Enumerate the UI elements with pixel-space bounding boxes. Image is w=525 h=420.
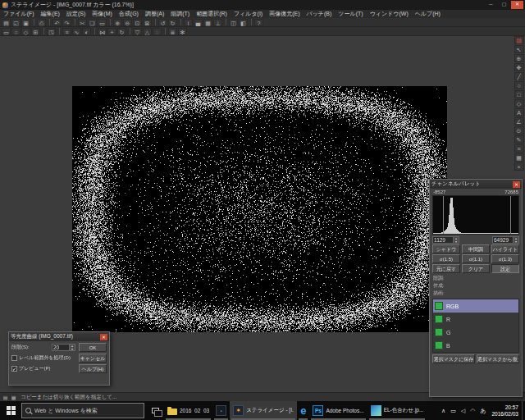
- save-to-mask-button[interactable]: 選択マスクに保存: [432, 354, 475, 363]
- clear-button[interactable]: クリア: [462, 264, 490, 273]
- channel-row-r[interactable]: R: [433, 313, 518, 326]
- menu-adjust[interactable]: 調整(A): [142, 10, 167, 18]
- blur-icon[interactable]: ◌: [153, 28, 162, 35]
- spin-down-icon[interactable]: ▾: [454, 240, 459, 244]
- angle-tool-icon[interactable]: ∠: [514, 117, 524, 126]
- pan-tool-icon[interactable]: ✥: [514, 63, 524, 71]
- spin-down-icon[interactable]: ▾: [70, 348, 75, 351]
- new-file-icon[interactable]: ▤: [2, 19, 11, 26]
- list-tool-icon[interactable]: ≡: [514, 144, 524, 153]
- channel-color-swatch[interactable]: [435, 328, 443, 336]
- minimize-icon[interactable]: ─: [485, 1, 497, 9]
- marker-tool-icon[interactable]: ⊙: [514, 126, 524, 135]
- crop-icon[interactable]: ◳: [47, 28, 56, 35]
- rotate-icon[interactable]: ↻: [117, 28, 126, 35]
- zoom-tool-icon[interactable]: ⊕: [514, 54, 524, 62]
- rotate-left-icon[interactable]: ↺: [158, 19, 167, 26]
- print-icon[interactable]: ⎙: [37, 19, 46, 26]
- taskbar-clock[interactable]: 20:57 2016/02/03: [488, 404, 522, 418]
- menu-composite[interactable]: 合成(G): [116, 10, 142, 18]
- save-file-icon[interactable]: ▣: [21, 19, 30, 26]
- settings-tab-button[interactable]: 設定: [491, 264, 519, 273]
- select-polygon-icon[interactable]: ◇: [21, 28, 30, 35]
- pointer-tool-icon[interactable]: ↖: [514, 45, 524, 53]
- menu-file[interactable]: ファイル(F): [0, 10, 38, 18]
- undo-icon[interactable]: ↶: [52, 19, 62, 26]
- redo-icon[interactable]: ↷: [62, 19, 71, 26]
- help-button[interactable]: ヘルプ(H): [79, 364, 107, 373]
- image-canvas[interactable]: [72, 86, 447, 332]
- task-explorer[interactable]: 2016_02_03: [164, 401, 212, 420]
- selection-info-icon[interactable]: ▦: [10, 394, 17, 400]
- grid-icon[interactable]: ▦: [203, 19, 212, 26]
- channel-palette-titlebar[interactable]: チャンネルパレット ✕: [430, 180, 522, 189]
- task-photoshop[interactable]: Ps Adobe Photos...: [309, 401, 367, 420]
- revert-button[interactable]: 元に戻す: [432, 264, 460, 273]
- channel-color-swatch[interactable]: [435, 315, 443, 323]
- highlight-level-spinner[interactable]: ▴▾: [514, 236, 519, 244]
- menu-help[interactable]: ヘルプ(H): [412, 10, 444, 18]
- circle-tool-icon[interactable]: ○: [514, 81, 524, 89]
- menu-selection[interactable]: 範囲選択(R): [193, 10, 231, 18]
- line-tool-icon[interactable]: ╱: [514, 72, 524, 80]
- batch-process-icon[interactable]: ≣: [168, 28, 177, 35]
- highlight-level-input[interactable]: [492, 236, 514, 244]
- ruler-icon[interactable]: ⊥: [213, 19, 222, 26]
- menu-batch[interactable]: バッチ(B): [304, 10, 336, 18]
- select-rect-icon[interactable]: ▭: [2, 28, 11, 35]
- sigma-1-3-button[interactable]: σ(1.3): [491, 254, 519, 263]
- levels-icon[interactable]: ≡: [62, 28, 71, 35]
- ime-japanese-icon[interactable]: あ: [477, 407, 488, 415]
- outside-levels-checkbox[interactable]: [11, 355, 17, 361]
- task-image-viewer[interactable]: ▪: [212, 401, 230, 420]
- tray-expand-icon[interactable]: ∧: [439, 408, 448, 414]
- palette-toggle-icon[interactable]: ▨: [514, 36, 524, 44]
- channel-color-swatch[interactable]: [435, 341, 443, 349]
- volume-icon[interactable]: ◁: [459, 408, 468, 414]
- search-input[interactable]: [34, 408, 140, 413]
- preview-checkbox[interactable]: ✓: [11, 366, 17, 372]
- close-tool-icon[interactable]: ×: [514, 162, 524, 171]
- menu-tools[interactable]: ツール(T): [335, 10, 366, 18]
- menu-edit[interactable]: 編集(E): [38, 10, 63, 18]
- close-icon[interactable]: ✕: [511, 1, 523, 9]
- image-info-icon[interactable]: i: [184, 19, 193, 26]
- menu-settings[interactable]: 設定(S): [63, 10, 89, 18]
- composite-icon[interactable]: ⋈: [98, 28, 107, 35]
- curves-icon[interactable]: ∿: [72, 28, 81, 35]
- channel-palette-toggle-icon[interactable]: ◫: [229, 19, 238, 26]
- cut-icon[interactable]: ✂: [78, 19, 87, 26]
- shadow-level-input[interactable]: [432, 236, 454, 244]
- spin-down-icon[interactable]: ▾: [514, 240, 518, 244]
- diamond-tool-icon[interactable]: ◇: [514, 99, 524, 107]
- menu-filter[interactable]: フィルタ(I): [231, 10, 266, 18]
- zoom-in-icon[interactable]: ⊕: [113, 19, 122, 26]
- app-titlebar[interactable]: ステライメージ - [IMG_0007.tif カラー (16.7%)] ─ ▢…: [0, 0, 525, 10]
- menu-window[interactable]: ウィンドウ(W): [367, 10, 412, 18]
- sharpen-icon[interactable]: △: [143, 28, 152, 35]
- task-edge[interactable]: e: [297, 401, 309, 420]
- help-icon[interactable]: ?: [254, 19, 263, 26]
- steps-spinner[interactable]: ▴▾: [70, 344, 75, 351]
- histogram-canvas[interactable]: [432, 195, 519, 235]
- select-ellipse-icon[interactable]: ○: [11, 28, 21, 35]
- tool-palette-toggle-icon[interactable]: ◧: [239, 19, 248, 26]
- sigma-1-1-button[interactable]: σ(1.1): [462, 254, 490, 263]
- restore-from-mask-button[interactable]: 選択マスクから復元: [477, 354, 519, 363]
- menu-tone[interactable]: 階調(T): [167, 10, 193, 18]
- taskbar-search[interactable]: [21, 403, 144, 418]
- isophote-dialog-titlebar[interactable]: 等光度曲線 (IMG_0007.tif) ✕: [9, 332, 109, 341]
- network-icon[interactable]: ◠: [468, 408, 477, 414]
- steps-input[interactable]: [52, 344, 70, 351]
- maximize-icon[interactable]: ▢: [498, 1, 510, 9]
- zoom-out-icon[interactable]: ⊖: [123, 19, 132, 26]
- channel-row-b[interactable]: B: [433, 339, 518, 352]
- preferences-icon[interactable]: ✻: [178, 28, 187, 35]
- align-icon[interactable]: +: [107, 28, 116, 35]
- start-button[interactable]: [0, 401, 21, 420]
- pencil-tool-icon[interactable]: ✎: [514, 135, 524, 144]
- tone-adjust-icon[interactable]: ◐: [82, 28, 91, 35]
- grid-tool-icon[interactable]: ▦: [514, 153, 524, 162]
- copy-icon[interactable]: ❏: [88, 19, 97, 26]
- shadow-button[interactable]: シャドウ: [432, 244, 460, 253]
